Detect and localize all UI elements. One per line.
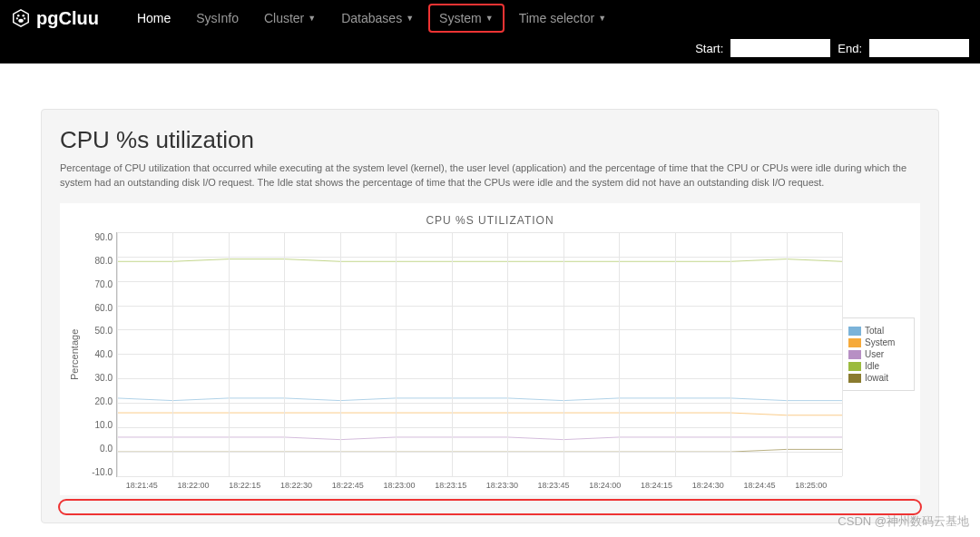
x-ticks: 18:21:4518:22:0018:22:1518:22:3018:22:45… <box>116 477 837 490</box>
nav-cluster-label: Cluster <box>264 11 304 25</box>
chevron-down-icon: ▼ <box>485 14 494 23</box>
chevron-down-icon: ▼ <box>308 14 316 23</box>
nav-cluster[interactable]: Cluster▼ <box>253 4 327 33</box>
panel-title: CPU %s utilization <box>60 126 920 154</box>
legend-swatch <box>848 327 861 336</box>
end-label: End: <box>838 42 862 55</box>
legend-item[interactable]: System <box>848 337 908 347</box>
svg-point-3 <box>16 17 18 19</box>
nav-sysinfo[interactable]: SysInfo <box>185 4 250 33</box>
brand-text: pgCluu <box>36 8 99 29</box>
legend-label: System <box>865 337 895 347</box>
chevron-down-icon: ▼ <box>406 14 414 23</box>
panel-desc: Percentage of CPU utilization that occur… <box>60 161 920 190</box>
chart-title: CPU %S UTILIZATION <box>65 214 915 227</box>
brand: pgCluu <box>11 8 99 29</box>
legend-item[interactable]: Total <box>848 326 908 336</box>
legend-label: Total <box>865 326 884 336</box>
svg-point-2 <box>22 15 24 17</box>
time-range-bar: Start: End: <box>0 36 980 63</box>
watermark: CSDN @神州数码云基地 <box>838 513 969 523</box>
plot-area <box>116 232 842 477</box>
highlight-annotation <box>58 499 922 515</box>
legend-swatch <box>848 338 861 347</box>
nav-databases-label: Databases <box>341 11 402 25</box>
svg-point-4 <box>24 17 25 19</box>
legend: TotalSystemUserIdleIowait <box>842 317 915 391</box>
legend-swatch <box>848 362 861 371</box>
nav-system-label: System <box>439 11 482 25</box>
legend-item[interactable]: User <box>848 349 908 359</box>
svg-marker-0 <box>14 10 29 26</box>
nav-items: Home SysInfo Cluster▼ Databases▼ System▼… <box>126 4 617 33</box>
start-input[interactable] <box>730 39 830 57</box>
legend-label: User <box>865 349 884 359</box>
legend-label: Idle <box>865 361 879 371</box>
nav-databases[interactable]: Databases▼ <box>330 4 425 33</box>
legend-label: Iowait <box>865 373 888 383</box>
chevron-down-icon: ▼ <box>598 14 606 23</box>
start-label: Start: <box>695 42 723 55</box>
svg-point-5 <box>18 19 24 23</box>
nav-home[interactable]: Home <box>126 4 181 33</box>
nav-home-label: Home <box>137 11 171 25</box>
cpu-panel: CPU %s utilization Percentage of CPU uti… <box>41 109 939 523</box>
navbar: pgCluu Home SysInfo Cluster▼ Databases▼ … <box>0 0 980 36</box>
legend-swatch <box>848 350 861 359</box>
paw-hex-icon <box>11 8 31 28</box>
y-axis-label: Percentage <box>65 232 83 477</box>
nav-timeselector[interactable]: Time selector▼ <box>508 4 617 33</box>
legend-item[interactable]: Idle <box>848 361 908 371</box>
legend-item[interactable]: Iowait <box>848 373 908 383</box>
nav-system[interactable]: System▼ <box>428 4 505 33</box>
svg-point-1 <box>17 15 20 17</box>
end-input[interactable] <box>869 39 969 57</box>
nav-timesel-label: Time selector <box>519 11 595 25</box>
nav-sysinfo-label: SysInfo <box>196 11 239 25</box>
chart-container: CPU %S UTILIZATION Percentage 90.080.070… <box>60 203 920 495</box>
legend-swatch <box>848 374 861 383</box>
y-ticks: 90.080.070.060.050.040.030.020.010.00.0-… <box>83 232 116 477</box>
